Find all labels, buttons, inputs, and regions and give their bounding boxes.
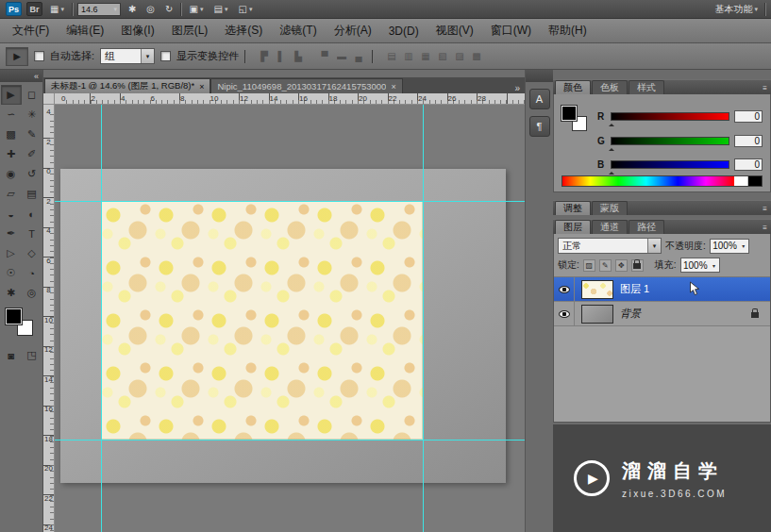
bridge-icon[interactable]: Br [26,2,42,16]
quick-selection-tool[interactable]: ✳ [22,105,42,125]
red-value-field[interactable]: 0 [734,110,763,123]
menu-layer[interactable]: 图层(L) [163,19,217,42]
menu-filter[interactable]: 滤镜(T) [271,19,325,42]
vertical-ruler[interactable]: 42024681012141618202224 [43,105,55,532]
screen-mode-toggle[interactable]: ◳ [22,345,42,365]
menu-view[interactable]: 视图(V) [427,19,482,42]
menu-image[interactable]: 图像(I) [112,19,162,42]
opacity-field[interactable]: 100% ▾ [710,239,749,254]
blue-slider[interactable] [611,160,729,169]
lock-all-icon[interactable] [631,259,644,272]
paragraph-panel-button[interactable]: ¶ [529,116,550,137]
align-top-icon[interactable]: ▀ [317,49,332,64]
layer-row-layer1[interactable]: 图层 1 [554,277,770,302]
align-center-icon[interactable]: ▌ [274,49,289,64]
rotate-view-button[interactable]: ↻ [162,2,176,17]
tools-panel-header[interactable]: « [0,70,42,82]
align-middle-icon[interactable]: ▬ [334,49,349,64]
clone-stamp-tool[interactable]: ◉ [1,164,22,184]
visibility-toggle[interactable] [554,277,575,301]
auto-select-checkbox[interactable] [34,51,44,61]
tab-styles[interactable]: 样式 [629,80,664,94]
move-tool[interactable]: ▶ [1,85,22,105]
view-extras-button[interactable]: ▣▾ [186,2,206,17]
marquee-tool[interactable]: ◻ [22,85,42,105]
quick-mask-button[interactable]: ◙ [1,345,22,365]
menu-help[interactable]: 帮助(H) [540,19,595,42]
foreground-color-swatch[interactable] [6,308,22,324]
tab-layers[interactable]: 图层 [555,220,591,234]
close-icon[interactable]: × [199,82,204,91]
blur-tool[interactable]: ◒ [1,204,22,224]
workspace-switcher[interactable]: 基本功能▾ [712,2,761,17]
history-brush-tool[interactable]: ↺ [22,164,42,184]
guide-vertical-left[interactable] [101,105,102,532]
align-bottom-icon[interactable]: ▄ [351,49,366,64]
lock-transparency-icon[interactable]: ▨ [583,259,595,272]
layer-name[interactable]: 背景 [620,307,641,321]
strip-header[interactable] [526,70,553,82]
show-transform-checkbox[interactable] [160,51,171,61]
tab-color[interactable]: 颜色 [555,80,591,94]
blend-mode-dropdown[interactable]: 正常 ▾ [558,238,662,254]
panel-menu-icon[interactable]: ≡ [763,205,767,213]
distribute-top-icon[interactable]: ▤ [384,49,399,64]
menu-window[interactable]: 窗口(W) [482,19,540,42]
layout-button[interactable]: ▦▾ [47,2,67,17]
panel-menu-icon[interactable]: ≡ [763,84,767,92]
green-slider[interactable] [611,137,729,145]
brush-tool[interactable]: ✐ [22,144,42,164]
auto-select-dropdown[interactable]: 组▾ [100,48,155,64]
panel-menu-icon[interactable]: ≡ [763,224,767,232]
tab-adjustments[interactable]: 调整 [555,201,591,215]
align-right-icon[interactable]: ▙ [291,49,306,64]
canvas-viewport[interactable] [55,105,525,532]
lock-pixels-icon[interactable]: ✎ [599,259,612,272]
tab-swatches[interactable]: 色板 [592,80,628,94]
green-value-field[interactable]: 0 [734,135,763,147]
fill-field[interactable]: 100% ▾ [680,258,720,273]
lock-position-icon[interactable]: ✥ [615,259,628,272]
guide-horizontal-bottom[interactable] [55,440,525,441]
foreground-color-swatch[interactable] [561,106,577,121]
layer-row-background[interactable]: 背景 [554,302,770,326]
guide-vertical-right[interactable] [423,105,424,532]
menu-3d[interactable]: 3D(D) [380,19,427,42]
distribute-bottom-icon[interactable]: ▦ [418,49,433,64]
close-icon[interactable]: × [391,82,395,91]
distribute-right-icon[interactable]: ▩ [469,49,484,64]
red-slider[interactable] [611,112,729,121]
layer1-thumbnail[interactable] [581,280,613,299]
layer-name[interactable]: 图层 1 [620,282,649,296]
color-spectrum-ramp[interactable] [561,175,763,187]
distribute-left-icon[interactable]: ▧ [435,49,450,64]
tab-overflow-icon[interactable]: » [510,83,525,93]
visibility-toggle[interactable] [554,302,575,325]
tab-channels[interactable]: 通道 [592,220,628,234]
zoom-tool-button[interactable]: ◎ [143,2,158,17]
zoom-level-input[interactable]: 14.6▾ [77,3,121,16]
menu-edit[interactable]: 编辑(E) [58,19,112,42]
3d-rotate-tool[interactable]: ☉ [1,263,22,283]
hand-tool-button[interactable]: ✱ [126,2,139,17]
distribute-middle-icon[interactable]: ▥ [401,49,416,64]
tab-paths[interactable]: 路径 [629,220,664,234]
eraser-tool[interactable]: ▱ [1,184,22,204]
hand-tool[interactable]: ✱ [1,283,22,303]
arrange-documents-button[interactable]: ▤▾ [210,2,230,17]
tab-nipic-image[interactable]: Nipic_11049698_20130317162415753000 × [210,78,402,93]
healing-brush-tool[interactable]: ✚ [1,144,22,164]
screen-mode-button[interactable]: ◱▾ [235,2,255,17]
ruler-corner[interactable] [43,93,55,105]
align-left-icon[interactable]: ▛ [257,49,272,64]
character-panel-button[interactable]: A [529,89,550,109]
3d-orbit-tool[interactable]: ◔ [22,263,42,283]
blue-value-field[interactable]: 0 [734,158,763,171]
background-thumbnail[interactable] [581,305,613,324]
zoom-tool[interactable]: ◎ [22,283,42,303]
eyedropper-tool[interactable]: ✎ [22,125,42,144]
menu-file[interactable]: 文件(F) [4,19,58,42]
horizontal-ruler[interactable]: 0246810121416182022242628 [55,93,525,105]
lasso-tool[interactable]: ∽ [1,105,22,125]
gradient-tool[interactable]: ▤ [22,184,42,204]
